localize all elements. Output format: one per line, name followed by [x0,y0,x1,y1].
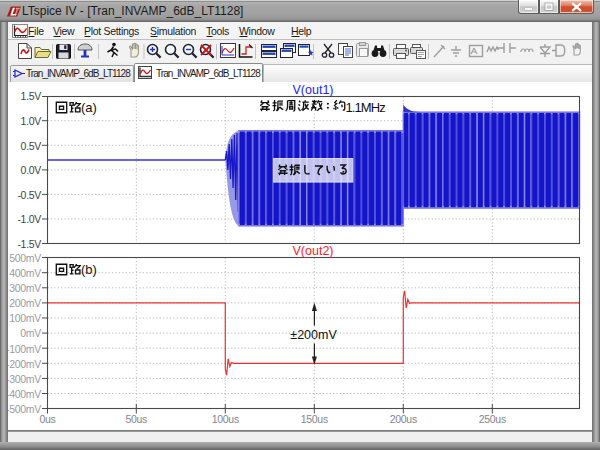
svg-text:-1.0V: -1.0V [17,213,41,225]
svg-text:400mV: 400mV [9,267,41,279]
svg-text:150us: 150us [301,413,328,425]
svg-text:300mV: 300mV [9,282,41,294]
svg-text:-200mV: -200mV [6,358,41,370]
svg-text:0us: 0us [39,413,55,425]
svg-text:±200mV: ±200mV [290,328,337,342]
svg-text:1.1MHz: 1.1MHz [346,100,386,115]
svg-text:0.0V: 0.0V [21,164,42,176]
svg-text:250us: 250us [479,413,506,425]
svg-text:V(out2): V(out2) [293,244,334,258]
svg-text:500mV: 500mV [9,252,41,264]
svg-text:-0.5V: -0.5V [17,189,41,201]
svg-text:200us: 200us [390,413,417,425]
svg-text:(a): (a) [81,100,97,115]
svg-text:1.0V: 1.0V [21,115,42,127]
svg-text:200mV: 200mV [9,297,41,309]
svg-text:-500mV: -500mV [6,403,41,415]
svg-text:0mV: 0mV [20,327,41,339]
svg-text:(b): (b) [81,262,97,277]
svg-text:50us: 50us [126,413,148,425]
svg-text:0.5V: 0.5V [21,140,42,152]
svg-text:-100mV: -100mV [6,343,41,355]
svg-text:-300mV: -300mV [6,373,41,385]
svg-text:1.5V: 1.5V [21,90,42,102]
svg-text:-400mV: -400mV [6,388,41,400]
svg-text:100mV: 100mV [9,312,41,324]
svg-text:100us: 100us [212,413,239,425]
svg-text:-1.5V: -1.5V [17,238,41,250]
svg-text:V(out1): V(out1) [293,83,334,97]
